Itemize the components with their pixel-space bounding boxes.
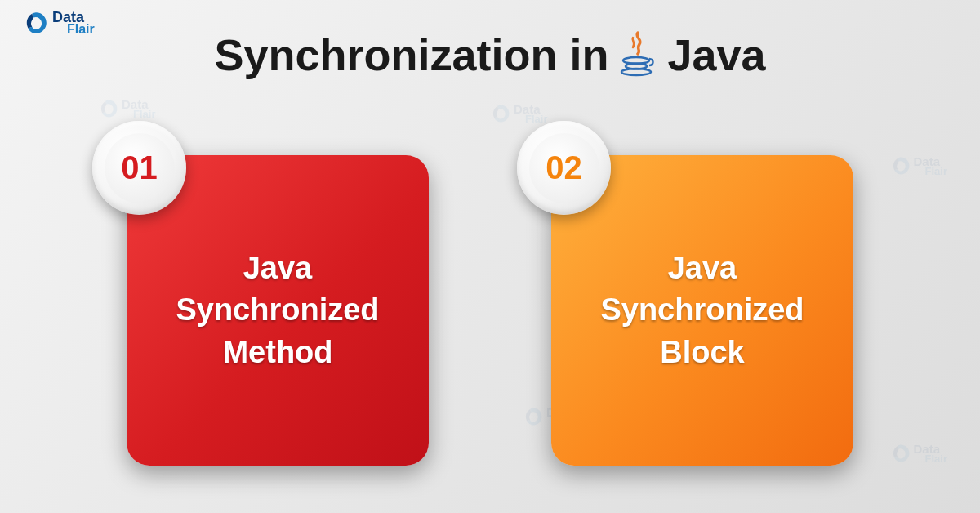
watermark: DataFlair xyxy=(98,98,155,119)
java-icon xyxy=(618,31,657,78)
card-1-line3: Method xyxy=(222,332,332,373)
card-2-line1: Java xyxy=(668,248,737,289)
title-suffix: Java xyxy=(667,29,765,80)
card-synchronized-block: Java Synchronized Block xyxy=(551,155,853,466)
svg-point-2 xyxy=(621,69,651,75)
card-2-wrap: Java Synchronized Block 02 xyxy=(551,155,853,466)
badge-1: 01 xyxy=(92,121,186,215)
card-2-line3: Block xyxy=(660,332,744,373)
card-1-line2: Synchronized xyxy=(176,289,379,331)
badge-2: 02 xyxy=(517,121,611,215)
card-1-wrap: Java Synchronized Method 01 xyxy=(127,155,429,466)
title-prefix: Synchronization in xyxy=(214,29,608,80)
badge-1-number: 01 xyxy=(105,133,175,203)
card-1-line1: Java xyxy=(243,248,313,289)
badge-2-number: 02 xyxy=(529,133,599,203)
watermark: DataFlair xyxy=(490,103,547,124)
page-title: Synchronization in Java xyxy=(0,29,980,80)
card-synchronized-method: Java Synchronized Method xyxy=(127,155,429,466)
cards-container: Java Synchronized Method 01 Java Synchro… xyxy=(0,155,980,466)
card-2-line2: Synchronized xyxy=(600,289,804,331)
